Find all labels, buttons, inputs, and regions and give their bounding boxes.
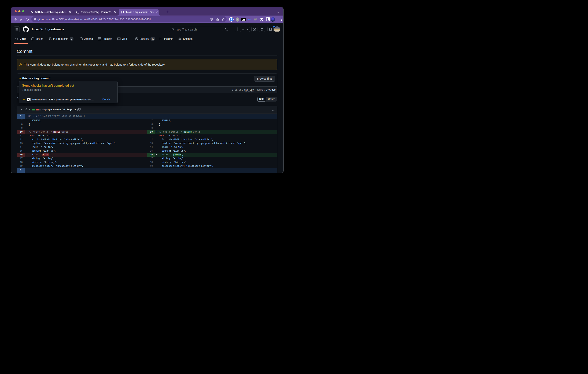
svg-text:uo: uo — [236, 18, 238, 20]
